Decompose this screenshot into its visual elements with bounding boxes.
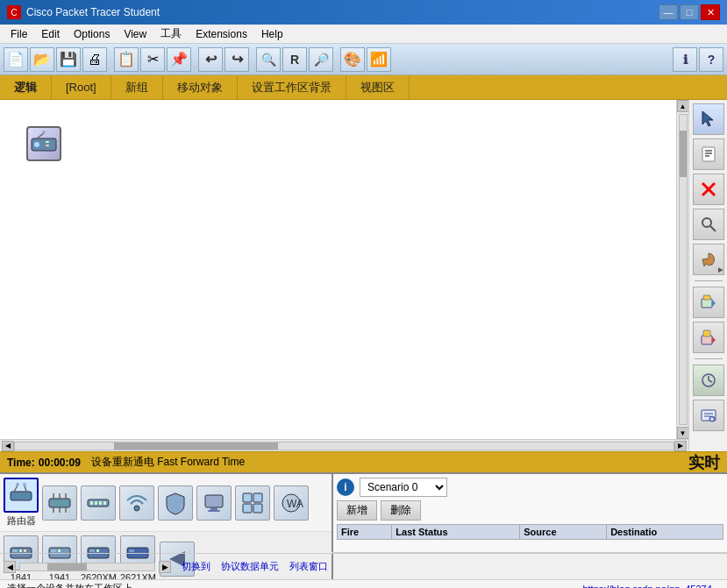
svg-rect-48 [210, 507, 217, 510]
select-tool-button[interactable] [693, 103, 724, 135]
redo-button[interactable]: ↪ [225, 47, 249, 72]
protocol-btn[interactable]: 协议数据单元 [221, 560, 279, 573]
nav-set-bg[interactable]: 设置工作区背景 [238, 75, 346, 99]
svg-rect-29 [11, 492, 32, 500]
delete-tool-button[interactable] [693, 174, 724, 205]
menu-options[interactable]: Options [67, 26, 117, 42]
menu-file[interactable]: File [4, 26, 34, 42]
device-palette: 路由器 [0, 474, 333, 552]
wireless-category-icon[interactable] [119, 485, 154, 521]
bottom-url[interactable]: https://blog.csdn.ne/qq_45274... [582, 584, 720, 589]
vertical-scrollbar[interactable]: ▲ ▼ [676, 100, 688, 439]
bottom-mid-left: ◀ ▶ 切换到 协议数据单元 列表窗口 [0, 554, 333, 579]
realtime-button[interactable] [693, 365, 724, 396]
pdu-complex-button[interactable] [693, 322, 724, 353]
scenario-select[interactable]: Scenario 0 [360, 478, 447, 497]
note-tool-button[interactable] [693, 138, 724, 170]
devices-button[interactable]: 📶 [367, 47, 391, 72]
canvas-area [0, 100, 676, 439]
zoom-in-button[interactable]: 🔍 [256, 47, 281, 72]
svg-rect-20 [703, 330, 710, 337]
menu-view[interactable]: View [117, 26, 153, 42]
enddevice-category-icon[interactable] [196, 485, 232, 521]
scenario-delete-button[interactable]: 删除 [381, 500, 421, 521]
cut-button[interactable]: ✂ [140, 47, 165, 72]
svg-line-32 [25, 485, 26, 492]
svg-rect-5 [46, 145, 49, 146]
copy-button[interactable]: 📋 [114, 47, 139, 72]
custom-category-icon[interactable] [235, 485, 270, 521]
minimize-button[interactable]: — [659, 4, 678, 20]
category-switch[interactable] [42, 485, 77, 521]
svg-rect-7 [702, 147, 715, 161]
menu-tools[interactable]: 工具 [153, 25, 189, 43]
menu-edit[interactable]: Edit [34, 26, 67, 42]
palette-scroll-right[interactable]: ▶ [159, 561, 171, 573]
hscroll-right[interactable]: ▶ [674, 441, 687, 451]
category-enddevice[interactable] [196, 485, 232, 521]
category-misc[interactable]: WAN [274, 485, 309, 521]
svg-rect-57 [12, 549, 18, 552]
svg-rect-64 [89, 549, 95, 552]
maximize-button[interactable]: □ [680, 4, 699, 20]
open-button[interactable]: 📂 [30, 47, 54, 72]
main-area: ▲ ▼ ◀ ▶ [0, 100, 727, 451]
col-fire: Fire [338, 525, 392, 540]
zoom-button[interactable]: R [282, 47, 307, 72]
bottom-status-text: 选择一个设备并放在工作区上 [7, 582, 132, 588]
category-security[interactable] [158, 485, 193, 521]
nav-root[interactable]: [Root] [52, 75, 111, 99]
hscroll-left[interactable]: ◀ [2, 441, 14, 451]
menu-bar: File Edit Options View 工具 Extensions Hel… [0, 25, 727, 44]
pdu-button[interactable] [693, 287, 724, 318]
svg-point-3 [42, 131, 46, 134]
undo-button[interactable]: ↩ [198, 47, 223, 72]
canvas-main: ▲ ▼ ◀ ▶ [0, 100, 688, 451]
svg-text:►: ► [710, 416, 715, 422]
bottom-mid-right [333, 554, 727, 579]
inspect-tool-button[interactable] [693, 209, 724, 240]
category-custom[interactable] [235, 485, 270, 521]
vscroll-up[interactable]: ▲ [677, 100, 689, 112]
sim-info-icon: i [337, 478, 354, 496]
hub-category-icon[interactable] [81, 485, 116, 521]
print-button[interactable]: 🖨 [82, 47, 107, 72]
nav-new-group[interactable]: 新组 [111, 75, 163, 99]
router-category-icon[interactable] [4, 478, 39, 513]
close-button[interactable]: ✕ [701, 4, 720, 20]
category-hub[interactable] [81, 485, 116, 521]
menu-help[interactable]: Help [254, 26, 290, 42]
category-wireless[interactable] [119, 485, 154, 521]
svg-rect-47 [205, 495, 223, 507]
simulation-button[interactable]: ► [693, 400, 724, 431]
nav-move-object[interactable]: 移动对象 [163, 75, 238, 99]
svg-line-2 [37, 133, 44, 138]
category-router[interactable]: 路由器 [4, 478, 39, 528]
help-button[interactable]: ? [699, 47, 723, 72]
switch-category-icon[interactable] [42, 485, 77, 521]
zoom-out-button[interactable]: 🔎 [309, 47, 333, 72]
security-category-icon[interactable] [158, 485, 193, 521]
draw-tool-button[interactable]: ▶ [693, 244, 724, 275]
switch-btn[interactable]: 切换到 [182, 560, 210, 573]
paste-button[interactable]: 📌 [167, 47, 191, 72]
svg-line-30 [14, 485, 18, 492]
nav-logical[interactable]: 逻辑 [0, 75, 52, 99]
list-btn[interactable]: 列表窗口 [289, 560, 328, 573]
svg-rect-59 [24, 549, 26, 552]
menu-extensions[interactable]: Extensions [189, 26, 254, 42]
svg-point-1 [34, 142, 39, 147]
svg-rect-42 [90, 501, 93, 505]
save-button[interactable]: 💾 [56, 47, 81, 72]
scenario-add-button[interactable]: 新增 [337, 500, 377, 521]
misc-category-icon[interactable]: WAN [274, 485, 309, 521]
palette-button[interactable]: 🎨 [340, 47, 365, 72]
palette-scrollbar[interactable] [19, 563, 155, 571]
app-icon: C [7, 5, 21, 19]
nav-view-area[interactable]: 视图区 [346, 75, 410, 99]
info-button[interactable]: ℹ [673, 47, 697, 72]
vscroll-down[interactable]: ▼ [677, 427, 689, 439]
new-button[interactable]: 📄 [4, 47, 28, 72]
palette-scroll-left[interactable]: ◀ [4, 561, 16, 573]
device-router[interactable] [18, 117, 70, 170]
